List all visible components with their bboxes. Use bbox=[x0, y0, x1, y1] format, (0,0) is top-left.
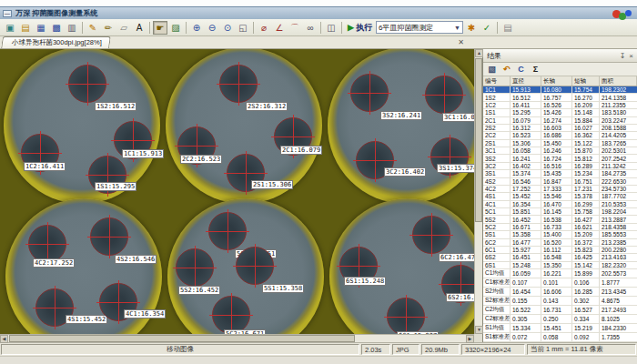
table-row[interactable]: 1S115.29515.42615.148183.5180 bbox=[483, 109, 637, 116]
inhibition-zone[interactable] bbox=[68, 65, 106, 103]
angle-tool-icon[interactable]: ∠ bbox=[272, 21, 287, 35]
inhibition-zone[interactable] bbox=[236, 247, 274, 285]
table-row[interactable]: 6C115.92716.11215.823200.2280 bbox=[483, 247, 637, 254]
inhibition-zone[interactable] bbox=[90, 217, 128, 256]
image-canvas[interactable]: 1S2:16.5121C1:15.9131C2:16.4111S1:15.295… bbox=[0, 49, 474, 334]
execute-button[interactable]: ▶ 执行 bbox=[345, 21, 375, 35]
table-row[interactable]: C2标准差0.3050.2500.3348.1025 bbox=[483, 315, 637, 324]
copy-icon[interactable]: C bbox=[515, 64, 527, 76]
settings-icon[interactable]: ✱ bbox=[464, 21, 479, 35]
inhibition-zone[interactable] bbox=[28, 225, 66, 263]
camera-icon[interactable]: ▣ bbox=[3, 21, 17, 35]
note-icon[interactable]: ▤ bbox=[500, 21, 515, 35]
table-row[interactable]: 3S216.24116.72415.812207.2542 bbox=[483, 155, 637, 162]
table-row[interactable]: 6C216.47716.52016.372213.2385 bbox=[483, 239, 637, 247]
table-row[interactable]: 5S216.45216.53816.427213.2887 bbox=[483, 216, 637, 223]
eraser-icon[interactable]: ▱ bbox=[116, 21, 131, 35]
horizontal-scrollbar[interactable]: ◀ ▶ bbox=[0, 334, 474, 342]
cell-id: C2均值 bbox=[483, 306, 511, 314]
column-header[interactable]: 长轴 bbox=[541, 76, 572, 86]
table-row[interactable]: 3S115.37415.43515.234184.2735 bbox=[483, 170, 637, 177]
table-row[interactable]: C1均值16.05916.22115.899202.5573 bbox=[483, 269, 637, 278]
open-icon[interactable]: ▤ bbox=[18, 21, 33, 35]
zone-measurement-label: 3C1:16.058 bbox=[442, 113, 474, 122]
table-row[interactable]: 1C115.91316.08015.754198.2302 bbox=[483, 86, 637, 94]
pen-icon[interactable]: ✏ bbox=[101, 21, 116, 35]
window-icon[interactable]: ◫ bbox=[324, 21, 339, 35]
column-header[interactable]: 短轴 bbox=[572, 76, 600, 86]
tab-close-icon[interactable]: ✕ bbox=[458, 38, 464, 46]
print-icon[interactable]: ▥ bbox=[65, 21, 79, 35]
link-icon[interactable]: ∞ bbox=[303, 21, 318, 35]
inhibition-zone[interactable] bbox=[212, 296, 250, 334]
scroll-left-icon[interactable]: ◀ bbox=[0, 335, 8, 343]
text-icon[interactable]: A bbox=[132, 21, 147, 35]
inhibition-zone[interactable] bbox=[412, 216, 450, 254]
hand-icon[interactable]: ☛ bbox=[153, 21, 167, 35]
table-row[interactable]: 2C116.07916.27415.884203.2247 bbox=[483, 117, 637, 125]
table-row[interactable]: C1标准差0.1070.1010.1061.8777 bbox=[483, 278, 637, 288]
vertical-scroll-thumb[interactable] bbox=[475, 58, 482, 222]
table-row[interactable]: 5C115.85116.14515.758198.2204 bbox=[483, 208, 637, 216]
table-row[interactable]: 6S216.45116.54816.425213.4163 bbox=[483, 254, 637, 261]
inhibition-zone[interactable] bbox=[387, 298, 425, 334]
zoom-out-icon[interactable]: ⊖ bbox=[205, 21, 219, 35]
table-row[interactable]: S2标准差0.1550.1430.3024.8675 bbox=[483, 297, 637, 306]
save-all-icon[interactable]: ▩ bbox=[49, 21, 64, 35]
task-selector[interactable]: 6平皿抑菌圈测定 ▼ bbox=[376, 21, 463, 34]
table-row[interactable]: 2S216.31216.60316.027208.1588 bbox=[483, 125, 637, 132]
diameter-tool-icon[interactable]: ⌀ bbox=[257, 21, 271, 35]
table-row[interactable]: C2均值16.52216.73116.527217.2493 bbox=[483, 306, 637, 315]
image-icon[interactable]: ▨ bbox=[168, 21, 183, 35]
table-row[interactable]: S1标准差0.0720.0580.0921.7355 bbox=[483, 333, 637, 342]
image-tab[interactable]: 小球异孢杆菌300dpi.jpg[28%] bbox=[1, 36, 111, 48]
confirm-icon[interactable]: ✓ bbox=[480, 21, 494, 35]
close-icon[interactable]: × bbox=[629, 52, 633, 60]
column-header[interactable]: 直径 bbox=[511, 76, 541, 86]
pin-icon[interactable]: ↧ bbox=[620, 52, 626, 60]
cell-value: 16.548 bbox=[541, 254, 572, 260]
vertical-scrollbar[interactable]: ▲ ▼ bbox=[474, 49, 482, 334]
table-row[interactable]: 6S115.24815.35015.142182.2320 bbox=[483, 262, 637, 269]
cell-value: 202.5301 bbox=[600, 147, 637, 154]
export-icon[interactable]: ▧ bbox=[486, 64, 498, 76]
scroll-up-icon[interactable]: ▲ bbox=[475, 49, 483, 57]
inhibition-zone[interactable] bbox=[208, 212, 247, 250]
fit-window-icon[interactable]: ◱ bbox=[236, 21, 250, 35]
table-row[interactable]: S2均值16.45416.60616.285213.4345 bbox=[483, 288, 637, 297]
undo-icon[interactable]: ↶ bbox=[500, 64, 512, 76]
table-row[interactable]: 4C116.35416.47016.299210.5353 bbox=[483, 201, 637, 208]
scroll-down-icon[interactable]: ▼ bbox=[475, 326, 483, 334]
zoom-reset-icon[interactable]: ⊙ bbox=[220, 21, 235, 35]
table-row[interactable]: 2S115.30615.45015.122183.7265 bbox=[483, 140, 637, 147]
cell-value: 183.7265 bbox=[600, 140, 637, 147]
inhibition-zone[interactable] bbox=[176, 248, 214, 287]
table-row[interactable]: 4S216.54616.84716.751222.6530 bbox=[483, 178, 637, 186]
table-row[interactable]: 1C216.41116.52616.209211.2355 bbox=[483, 102, 637, 109]
title-bar[interactable]: — 万深 抑菌圈图像测量系统 bbox=[0, 6, 637, 19]
status-cell-4: 3320×2196×24 bbox=[461, 344, 525, 355]
cell-value: 15.334 bbox=[511, 324, 541, 332]
arc-tool-icon[interactable]: ⌒ bbox=[288, 21, 302, 35]
sum-icon[interactable]: Σ bbox=[530, 64, 541, 76]
table-row[interactable]: 1S216.51216.75716.270214.1358 bbox=[483, 94, 637, 101]
table-row[interactable]: 3C116.05816.24615.870202.5301 bbox=[483, 147, 637, 155]
inhibition-zone[interactable] bbox=[425, 76, 463, 114]
zoom-in-icon[interactable]: ⊕ bbox=[189, 21, 204, 35]
table-row[interactable]: 5C216.67116.73316.621218.4358 bbox=[483, 224, 637, 231]
table-row[interactable]: 5S115.35815.40015.209185.5553 bbox=[483, 231, 637, 238]
system-menu-icon[interactable]: — bbox=[3, 10, 12, 17]
table-row[interactable]: 2C216.52316.68616.362214.4205 bbox=[483, 132, 637, 139]
table-row[interactable]: 3C216.40216.51616.289211.3242 bbox=[483, 163, 637, 170]
save-icon[interactable]: ▦ bbox=[34, 21, 48, 35]
inhibition-zone[interactable] bbox=[350, 74, 389, 112]
pencil-icon[interactable]: ✎ bbox=[86, 21, 100, 35]
horizontal-scroll-thumb[interactable] bbox=[9, 335, 355, 342]
table-row[interactable]: 4C217.25217.33317.231234.5730 bbox=[483, 186, 637, 193]
inhibition-zone[interactable] bbox=[219, 65, 258, 103]
table-row[interactable]: 4S115.45215.54615.378187.7702 bbox=[483, 193, 637, 200]
table-row[interactable]: S1均值15.33415.45115.219184.2330 bbox=[483, 324, 637, 333]
scroll-right-icon[interactable]: ▶ bbox=[466, 335, 474, 343]
column-header[interactable]: 面积 bbox=[600, 76, 637, 86]
column-header[interactable]: 编号 bbox=[483, 76, 511, 86]
